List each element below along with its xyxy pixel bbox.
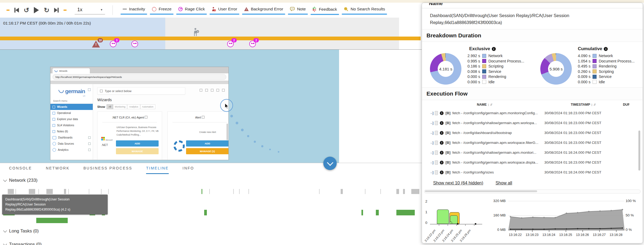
filter-chip-freeze[interactable]: Freeze (148, 5, 175, 15)
expander-box[interactable] (88, 136, 91, 139)
network-request-bar[interactable] (204, 210, 207, 215)
panel-horizontal-scrollbar[interactable] (424, 189, 641, 193)
column-header-timestamp[interactable]: TIMESTAMP▲▼// (544, 103, 623, 106)
long-tasks-section-header[interactable]: Long Tasks (0) (4, 228, 39, 234)
info-icon[interactable]: i (492, 47, 496, 51)
inactivity-person-marker[interactable]: ? (193, 28, 199, 37)
show-option-automation[interactable]: Automation (140, 104, 155, 109)
network-request-bar[interactable] (29, 189, 35, 194)
network-request-tick[interactable] (38, 189, 39, 194)
network-request-bar[interactable] (376, 210, 379, 215)
sidebar-item-notes-6[interactable]: Notes (6) (50, 128, 93, 135)
show-option-monitoring[interactable]: Monitoring (113, 104, 127, 109)
network-request-tick[interactable] (68, 189, 69, 194)
tab-network[interactable]: NETWORK (46, 166, 70, 174)
execution-flow-row[interactable]: →] i [B] fetch - /config/config/sizes 30… (426, 167, 641, 177)
execution-flow-row[interactable]: →] i [B] fetch - /config/config/germain.… (426, 108, 641, 118)
network-request-tick[interactable] (89, 189, 89, 194)
scrollbar-thumb[interactable] (425, 190, 537, 192)
network-request-tick[interactable] (365, 189, 365, 194)
enter-step-icon[interactable]: →] (429, 151, 433, 155)
copy-icon[interactable] (435, 170, 438, 175)
enter-step-icon[interactable]: →] (429, 170, 433, 174)
network-request-tick[interactable] (202, 189, 202, 194)
execution-flow-row[interactable]: →] i [B] fetch - /config/config/germain.… (426, 157, 641, 167)
filter-chip-background-error[interactable]: ! Background Error (241, 5, 287, 15)
sidebar-item-analytics[interactable]: Analytics (50, 147, 93, 153)
network-request-tick[interactable] (239, 189, 240, 194)
rage-click-marker[interactable]: 2 (227, 41, 234, 48)
column-resize-handle[interactable]: // (490, 103, 492, 106)
sidebar-item-operational[interactable]: Operational (50, 110, 93, 116)
show-next-link[interactable]: Show next 10 (64 hidden) (433, 180, 483, 185)
filter-chip-rage-click[interactable]: Rage Click (175, 5, 208, 15)
copy-icon[interactable] (435, 111, 438, 115)
transactions-section-header[interactable]: Transactions (0) (4, 242, 42, 245)
card-button-add[interactable]: ADD (186, 140, 229, 147)
filter-chip-feedback[interactable]: Feedback (309, 5, 340, 15)
copy-icon[interactable] (435, 160, 438, 165)
network-request-tick[interactable] (108, 189, 109, 194)
copy-icon[interactable] (435, 121, 438, 125)
enter-step-icon[interactable]: →] (429, 121, 433, 125)
enter-step-icon[interactable]: →] (429, 111, 433, 115)
filter-chip-user-error[interactable]: User Error (208, 5, 240, 15)
rage-click-marker[interactable]: 2 (249, 41, 256, 48)
show-option-analytics[interactable]: Analytics (127, 104, 140, 109)
network-request-tick[interactable] (380, 189, 381, 194)
copy-icon[interactable] (435, 141, 438, 145)
copy-icon[interactable] (435, 151, 438, 155)
filter-chip-no-search-results[interactable]: No Search Results (340, 5, 388, 15)
info-icon[interactable]: i (440, 121, 444, 125)
play-button[interactable] (34, 7, 39, 13)
skip-to-start-button[interactable] (14, 8, 19, 13)
rage-click-marker[interactable]: 3 (110, 41, 116, 48)
info-icon[interactable]: i (440, 151, 444, 155)
sidebar-item-dashboards[interactable]: Dashboards (50, 135, 93, 141)
sidebar-item-data-sources[interactable]: Data Sources (50, 141, 93, 147)
type-select-input[interactable]: Type or select below (97, 87, 185, 94)
network-request-bar[interactable] (403, 189, 405, 194)
network-request-tick[interactable] (233, 189, 234, 194)
tab-timeline[interactable]: TIMELINE (146, 166, 169, 174)
skip-to-end-button[interactable] (54, 8, 59, 13)
info-icon[interactable]: i (604, 47, 608, 51)
network-request-bar[interactable] (396, 210, 415, 215)
network-request-tick[interactable] (15, 189, 16, 194)
window-option-boxes[interactable] (200, 89, 225, 92)
show-all-link[interactable]: Show all (496, 180, 512, 185)
speed-select[interactable]: 1x ▼ (75, 6, 105, 14)
execution-flow-row[interactable]: →] i [B] fetch - /config/config/shallow/… (426, 148, 641, 157)
network-request-bar[interactable] (396, 189, 399, 194)
rewind-button[interactable]: ↺ (24, 7, 29, 13)
sidebar-item-explore-your-data[interactable]: Explore your data (50, 116, 93, 122)
info-icon[interactable]: i (440, 111, 444, 115)
copy-icon[interactable] (435, 131, 438, 135)
panel-vertical-scrollbar[interactable] (638, 131, 640, 171)
sidebar-item-sla-violations[interactable]: SLA Violations (50, 122, 93, 128)
network-request-tick[interactable] (319, 189, 320, 194)
timeline-progress-bar[interactable] (0, 37, 421, 40)
column-header-name[interactable]: NAME▲▼// (426, 103, 544, 106)
tab-console[interactable]: CONSOLE (9, 166, 32, 174)
network-request-bar[interactable] (361, 210, 363, 215)
expander-box[interactable] (88, 143, 91, 145)
network-request-tick[interactable] (248, 189, 249, 194)
column-header-duration[interactable]: DURATION (623, 103, 629, 106)
info-icon[interactable]: i (440, 171, 444, 174)
warning-marker[interactable]: ! 10 (92, 41, 100, 48)
execution-flow-row[interactable]: →] i [B] fetch - /config/config/germain.… (426, 138, 641, 148)
browser-scrollbar[interactable] (227, 124, 228, 140)
rage-click-marker[interactable] (131, 41, 138, 48)
network-request-bar[interactable] (8, 189, 14, 194)
sidebar-search-label[interactable]: Search menu (50, 98, 93, 104)
card-button-add[interactable]: ADD (116, 140, 159, 147)
column-resize-handle[interactable]: // (594, 103, 595, 106)
filter-chip-inactivity[interactable]: Inactivity (119, 5, 148, 15)
enter-step-icon[interactable]: →] (429, 141, 433, 145)
info-icon[interactable]: i (440, 161, 444, 164)
sidebar-collapse-box[interactable] (88, 88, 91, 91)
card-button-manage[interactable]: MANAGE (116, 148, 159, 154)
filter-chip-note[interactable]: Note (287, 5, 309, 15)
network-request-bar[interactable] (46, 189, 53, 194)
